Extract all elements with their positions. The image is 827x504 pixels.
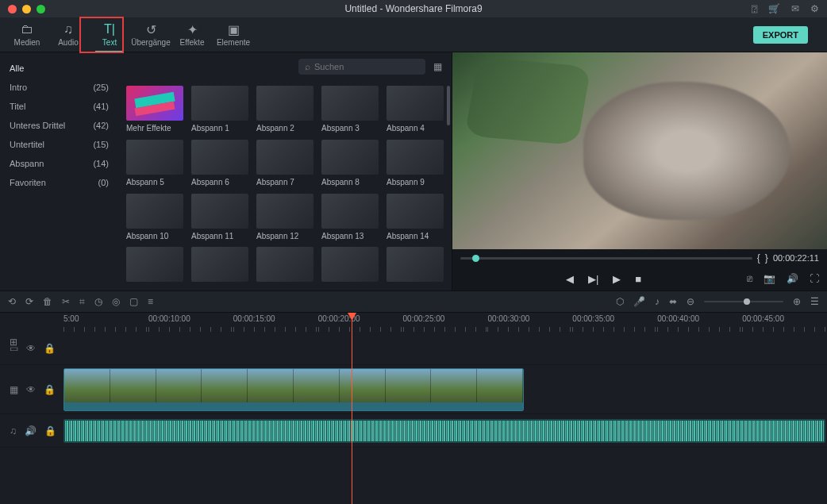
thumb-item[interactable] (387, 247, 444, 286)
thumb-item[interactable]: Abspann 5 (126, 140, 183, 187)
timeline-toolbar: ⟲ ⟳ 🗑 ✂ ⌗ ◷ ◎ ▢ ≡ ⬡ 🎤 ♪ ⬌ ⊖ ⊕ ☰ (0, 290, 827, 313)
zoom-slider-handle[interactable] (744, 298, 750, 305)
track-manager-icon[interactable]: ☰ (810, 296, 819, 307)
thumb-item[interactable] (256, 247, 313, 286)
audio-clip[interactable] (63, 419, 825, 443)
zoom-in-button[interactable]: ⊕ (793, 296, 801, 307)
tab-effects[interactable]: ✦ Effekte (171, 17, 213, 52)
track-lock-icon[interactable]: 🔒 (44, 343, 56, 354)
volume-icon[interactable]: 🔊 (787, 273, 798, 284)
category-item-lowerthird[interactable]: Unteres Drittel(42) (0, 116, 118, 135)
category-item-favorites[interactable]: Favoriten(0) (0, 173, 118, 192)
track-body[interactable] (63, 414, 827, 447)
thumb-label: Abspann 12 (256, 232, 313, 240)
mark-in-icon[interactable]: { (757, 252, 760, 264)
thumb-item[interactable]: Abspann 13 (321, 194, 379, 241)
ruler-tick: 00:00:45:00 (742, 313, 827, 332)
mail-icon[interactable]: ✉ (791, 3, 799, 14)
track-body[interactable] (63, 332, 827, 364)
category-item-title[interactable]: Titel(41) (0, 97, 118, 116)
thumb-item[interactable]: Abspann 14 (387, 194, 444, 241)
scrollbar-thumb[interactable] (447, 86, 450, 125)
thumb-item[interactable]: Abspann 9 (387, 140, 444, 187)
track-lock-icon[interactable]: 🔒 (44, 384, 56, 395)
track-lock-icon[interactable]: 🔒 (44, 425, 56, 437)
thumb-item[interactable]: Abspann 2 (256, 86, 313, 133)
tab-elements[interactable]: ▣ Elemente (213, 17, 254, 52)
thumb-item[interactable] (321, 247, 379, 286)
mark-out-icon[interactable]: } (765, 252, 768, 264)
crop-button[interactable]: ⌗ (79, 296, 85, 307)
track-visibility-icon[interactable]: 👁 (26, 343, 36, 354)
search-field[interactable]: ⌕ (298, 59, 425, 75)
video-clip[interactable] (63, 368, 524, 411)
thumb-item[interactable]: Abspann 7 (256, 140, 313, 187)
color-button[interactable]: ◎ (112, 296, 120, 307)
time-ruler[interactable]: 5:0000:00:10:0000:00:15:0000:00:20:0000:… (0, 313, 827, 332)
audio-mixer-button[interactable]: ♪ (655, 296, 660, 307)
category-item-credits[interactable]: Abspann(14) (0, 154, 118, 173)
playhead[interactable] (352, 313, 352, 504)
thumb-preview (387, 247, 444, 282)
search-input[interactable] (314, 62, 419, 71)
preview-seek-track[interactable] (460, 257, 752, 260)
settings-icon[interactable]: ⚙ (810, 3, 819, 14)
thumb-item[interactable]: Abspann 10 (126, 194, 183, 241)
delete-button[interactable]: 🗑 (43, 296, 52, 307)
close-window-button[interactable] (8, 5, 17, 13)
view-grid-icon[interactable]: ▦ (433, 61, 442, 72)
thumb-item[interactable]: Abspann 11 (191, 194, 248, 241)
redo-button[interactable]: ⟳ (25, 296, 33, 307)
thumb-item[interactable]: Mehr Effekte (126, 86, 183, 133)
zoom-out-button[interactable]: ⊖ (687, 296, 694, 307)
preview-viewport[interactable] (452, 52, 827, 249)
adjust-button[interactable]: ≡ (148, 296, 153, 307)
category-list: Alle Intro(25) Titel(41) Unteres Drittel… (0, 52, 118, 290)
thumb-item[interactable]: Abspann 8 (321, 140, 379, 187)
ripple-button[interactable]: ⬌ (669, 296, 677, 307)
cut-button[interactable]: ✂ (62, 296, 70, 307)
export-button[interactable]: EXPORT (753, 26, 808, 44)
tab-media[interactable]: 🗀 Medien (6, 17, 48, 52)
category-item-all[interactable]: Alle (0, 59, 118, 78)
thumb-preview (191, 86, 248, 121)
cart-icon[interactable]: 🛒 (768, 3, 780, 14)
tab-text[interactable]: T| Text (89, 17, 130, 52)
track-body[interactable] (63, 365, 827, 414)
snapshot-icon[interactable]: 📷 (764, 273, 775, 284)
music-icon: ♫ (63, 22, 73, 37)
thumb-item[interactable]: Abspann 12 (256, 194, 313, 241)
transition-icon: ↺ (146, 22, 156, 37)
undo-button[interactable]: ⟲ (8, 296, 16, 307)
quality-icon[interactable]: ⎚ (747, 273, 752, 284)
thumb-label: Abspann 3 (321, 124, 379, 133)
track-visibility-icon[interactable]: 👁 (26, 384, 36, 395)
record-vo-button[interactable]: 🎤 (633, 296, 645, 307)
greenscreen-button[interactable]: ▢ (129, 296, 138, 307)
category-item-subtitle[interactable]: Untertitel(15) (0, 135, 118, 154)
next-frame-button[interactable]: ▶| (588, 273, 598, 285)
thumb-item[interactable] (191, 247, 248, 286)
marker-button[interactable]: ⬡ (616, 296, 624, 307)
thumb-item[interactable] (126, 247, 183, 286)
zoom-slider[interactable] (704, 301, 783, 302)
stop-button[interactable]: ■ (635, 273, 641, 285)
tab-transitions[interactable]: ↺ Übergänge (130, 17, 171, 52)
fullscreen-icon[interactable]: ⛶ (810, 273, 819, 284)
thumb-item[interactable]: Abspann 6 (191, 140, 248, 187)
maximize-window-button[interactable] (37, 5, 45, 13)
thumb-preview (191, 140, 248, 175)
account-icon[interactable]: ⍰ (752, 3, 757, 14)
preview-seek-handle[interactable] (472, 255, 479, 262)
prev-frame-button[interactable]: ◀ (566, 273, 574, 285)
minimize-window-button[interactable] (22, 5, 31, 13)
thumb-item[interactable]: Abspann 4 (387, 86, 444, 133)
thumb-item[interactable]: Abspann 3 (321, 86, 379, 133)
thumb-item[interactable]: Abspann 1 (191, 86, 248, 133)
play-button[interactable]: ▶ (613, 273, 621, 285)
category-item-intro[interactable]: Intro(25) (0, 78, 118, 97)
track-mute-icon[interactable]: 🔊 (25, 425, 37, 437)
tab-audio[interactable]: ♫ Audio (48, 17, 89, 52)
speed-button[interactable]: ◷ (94, 296, 102, 307)
thumb-preview (126, 86, 183, 121)
